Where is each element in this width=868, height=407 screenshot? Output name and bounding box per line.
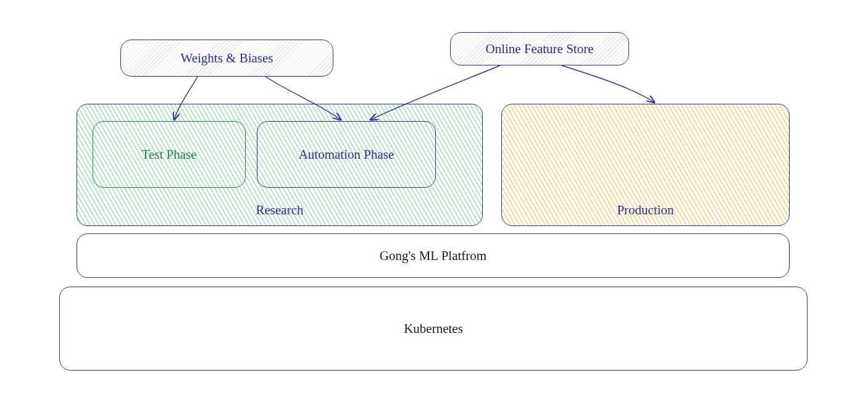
- weights-biases-box: Weights & Biases: [120, 40, 333, 77]
- online-feature-store-box: Online Feature Store: [450, 32, 629, 65]
- kubernetes-label: Kubernetes: [404, 321, 463, 337]
- automation-phase-label: Automation Phase: [299, 147, 394, 162]
- weights-biases-label: Weights & Biases: [181, 51, 273, 66]
- ml-platform-box: Gong's ML Platfrom: [77, 233, 790, 278]
- diagram-canvas: Weights & Biases Online Feature Store Re…: [0, 0, 868, 407]
- kubernetes-box: Kubernetes: [59, 287, 807, 371]
- automation-phase-box: Automation Phase: [257, 121, 436, 188]
- test-phase-box: Test Phase: [93, 121, 246, 188]
- online-feature-store-label: Online Feature Store: [486, 41, 594, 57]
- test-phase-label: Test Phase: [142, 147, 197, 162]
- production-label: Production: [617, 203, 674, 218]
- ml-platform-label: Gong's ML Platfrom: [380, 248, 486, 264]
- arrow-ofs-to-production: [562, 65, 654, 103]
- research-label: Research: [256, 203, 304, 218]
- production-box: Production: [501, 104, 790, 226]
